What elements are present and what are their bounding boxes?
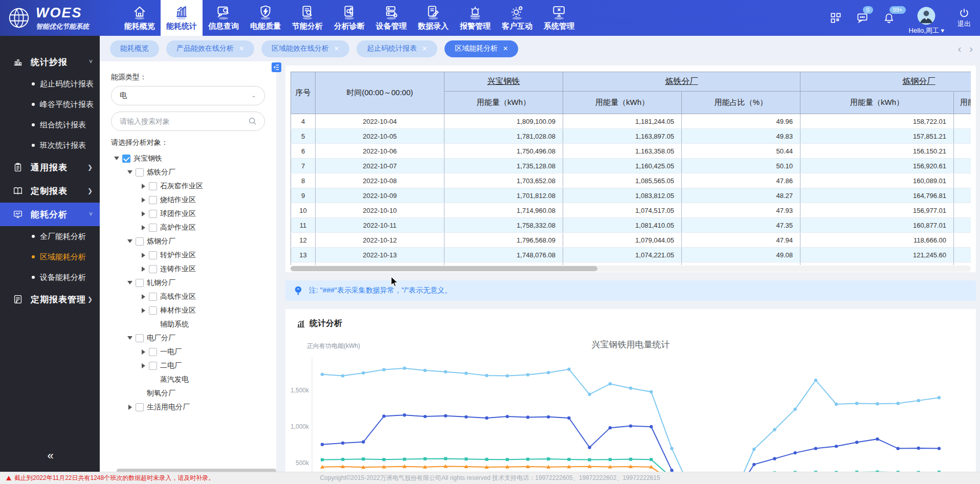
expand-closed-icon[interactable] <box>142 308 145 313</box>
tree-checkbox[interactable] <box>136 237 144 246</box>
tree-checkbox[interactable] <box>149 293 157 301</box>
tree-node-石灰窑作业区[interactable]: 石灰窑作业区 <box>111 179 265 193</box>
tree-node-蒸汽发电[interactable]: 蒸汽发电 <box>111 372 265 386</box>
tab-2[interactable]: 产品能效在线分析✕ <box>166 40 254 57</box>
tab-close-icon[interactable]: ✕ <box>422 45 427 52</box>
expand-closed-icon[interactable] <box>142 267 145 272</box>
tree-checkbox[interactable] <box>149 251 157 259</box>
expand-closed-icon[interactable] <box>142 363 145 368</box>
nav-item-9[interactable]: 报警管理 <box>454 0 496 36</box>
sidebar-section-4[interactable]: 能耗分析˅ <box>0 203 100 226</box>
tree-node-制氧分厂[interactable]: 制氧分厂 <box>111 386 265 400</box>
column-group-link[interactable]: 兴宝钢铁 <box>487 77 520 85</box>
tree-checkbox[interactable] <box>136 279 144 287</box>
tree-node-高炉作业区[interactable]: 高炉作业区 <box>111 221 265 234</box>
expand-closed-icon[interactable] <box>142 253 145 258</box>
tree-checkbox[interactable] <box>136 403 144 411</box>
tree-node-连铸作业区[interactable]: 连铸作业区 <box>111 262 265 276</box>
expand-closed-icon[interactable] <box>142 211 145 216</box>
table-header-cell[interactable]: 兴宝钢铁 <box>444 72 563 92</box>
expand-open-icon[interactable] <box>127 170 132 174</box>
expand-open-icon[interactable] <box>114 157 119 160</box>
nav-item-11[interactable]: 系统管理 <box>538 0 580 36</box>
expand-closed-icon[interactable] <box>128 405 132 410</box>
tree-node-生活用电分厂[interactable]: 生活用电分厂 <box>111 400 265 414</box>
user-menu[interactable]: Hello,周工 ▾ <box>909 6 944 35</box>
nav-item-3[interactable]: 信息查询 <box>203 0 244 36</box>
tree-node-炼铁分厂[interactable]: 炼铁分厂 <box>111 165 265 179</box>
collapse-panel-button[interactable] <box>272 62 281 72</box>
tree-node-二电厂[interactable]: 二电厂 <box>111 359 265 372</box>
tree-checkbox[interactable] <box>136 334 144 342</box>
tab-close-icon[interactable]: ✕ <box>334 45 339 52</box>
sidebar-item-设备能耗分析[interactable]: 设备能耗分析 <box>0 267 100 288</box>
tree-node-一电厂[interactable]: 一电厂 <box>111 345 265 359</box>
sidebar-section-5[interactable]: 定期报表管理❯ <box>0 288 100 311</box>
tree-checkbox[interactable] <box>149 265 157 273</box>
table-hscrollbar-track[interactable] <box>291 266 971 272</box>
tab-3[interactable]: 区域能效在线分析✕ <box>261 40 349 57</box>
tree-checkbox[interactable] <box>149 224 157 232</box>
table-viewport[interactable]: 序号时间(00:00～00:00)兴宝钢铁炼铁分厂炼钢分厂用能量（kWh）用能量… <box>291 72 971 265</box>
messages-icon[interactable]: 0 <box>856 11 869 25</box>
tree-checkbox[interactable] <box>149 210 157 218</box>
expand-open-icon[interactable] <box>127 239 132 243</box>
tree-checkbox[interactable] <box>122 155 130 163</box>
sidebar-collapse-button[interactable]: « <box>0 449 100 463</box>
logout-button[interactable]: 退出 <box>957 7 971 29</box>
expand-closed-icon[interactable] <box>142 349 145 355</box>
nav-item-6[interactable]: 分析诊断 <box>328 0 370 36</box>
expand-open-icon[interactable] <box>127 281 132 284</box>
expand-closed-icon[interactable] <box>142 225 145 230</box>
sidebar-item-班次统计报表[interactable]: 班次统计报表 <box>0 135 100 156</box>
tab-5[interactable]: 区域能耗分析✕ <box>444 40 518 57</box>
tab-close-icon[interactable]: ✕ <box>239 45 244 52</box>
tree-checkbox[interactable] <box>149 182 157 190</box>
tree-node-辅助系统[interactable]: 辅助系统 <box>111 317 265 331</box>
search-input[interactable] <box>120 117 248 125</box>
tree-node-转炉作业区[interactable]: 转炉作业区 <box>111 248 265 262</box>
sidebar-section-3[interactable]: 定制报表❯ <box>0 179 100 203</box>
nav-item-2[interactable]: 能耗统计 <box>161 0 203 36</box>
nav-item-5[interactable]: 节能分析 <box>286 0 328 36</box>
search-icon[interactable] <box>248 117 257 126</box>
tree-checkbox[interactable] <box>149 348 157 356</box>
tree-node-烧结作业区[interactable]: 烧结作业区 <box>111 193 265 207</box>
expand-closed-icon[interactable] <box>142 294 145 299</box>
tree-checkbox[interactable] <box>149 196 157 204</box>
tree-node-棒材作业区[interactable]: 棒材作业区 <box>111 303 265 317</box>
nav-item-4[interactable]: 电能质量 <box>244 0 286 36</box>
sidebar-section-1[interactable]: 统计抄报˅ <box>0 50 100 74</box>
tree-node-球团作业区[interactable]: 球团作业区 <box>111 207 265 221</box>
tree-checkbox[interactable] <box>149 306 157 315</box>
tree-node-高线作业区[interactable]: 高线作业区 <box>111 290 265 303</box>
table-header-cell[interactable]: 炼铁分厂 <box>563 72 800 92</box>
column-group-link[interactable]: 炼钢分厂 <box>903 77 936 85</box>
tree-checkbox[interactable] <box>149 362 157 370</box>
tab-scroll-left[interactable]: ‹ <box>958 44 962 53</box>
expand-closed-icon[interactable] <box>142 184 145 189</box>
nav-item-7[interactable]: 设备管理 <box>370 0 412 36</box>
tree-checkbox[interactable] <box>136 168 144 177</box>
expand-closed-icon[interactable] <box>142 197 145 203</box>
column-group-link[interactable]: 炼铁分厂 <box>665 77 698 85</box>
nav-item-1[interactable]: 能耗概览 <box>119 0 161 36</box>
tab-4[interactable]: 起止码统计报表✕ <box>357 40 437 57</box>
table-hscrollbar-thumb[interactable] <box>291 266 597 271</box>
nav-item-8[interactable]: 数据录入 <box>412 0 454 36</box>
sidebar-item-起止码统计报表[interactable]: 起止码统计报表 <box>0 74 100 94</box>
nav-item-10[interactable]: 客户互动 <box>496 0 538 36</box>
alarm-bell-icon[interactable]: 99+ <box>882 11 896 25</box>
sidebar-item-区域能耗分析[interactable]: 区域能耗分析 <box>0 247 100 267</box>
sidebar-section-2[interactable]: 通用报表❯ <box>0 156 100 179</box>
tree-node-电厂分厂[interactable]: 电厂分厂 <box>111 331 265 345</box>
tree-node-兴宝钢铁[interactable]: 兴宝钢铁 <box>111 151 265 165</box>
qr-code-icon[interactable] <box>829 11 842 25</box>
tab-1[interactable]: 能耗概览 <box>110 40 159 57</box>
tree-node-轧钢分厂[interactable]: 轧钢分厂 <box>111 276 265 290</box>
expand-open-icon[interactable] <box>127 336 132 340</box>
table-header-cell[interactable]: 炼钢分厂 <box>800 72 971 92</box>
tab-scroll-right[interactable]: › <box>969 44 973 53</box>
tree-node-炼钢分厂[interactable]: 炼钢分厂 <box>111 234 265 248</box>
tab-close-icon[interactable]: ✕ <box>503 45 508 52</box>
